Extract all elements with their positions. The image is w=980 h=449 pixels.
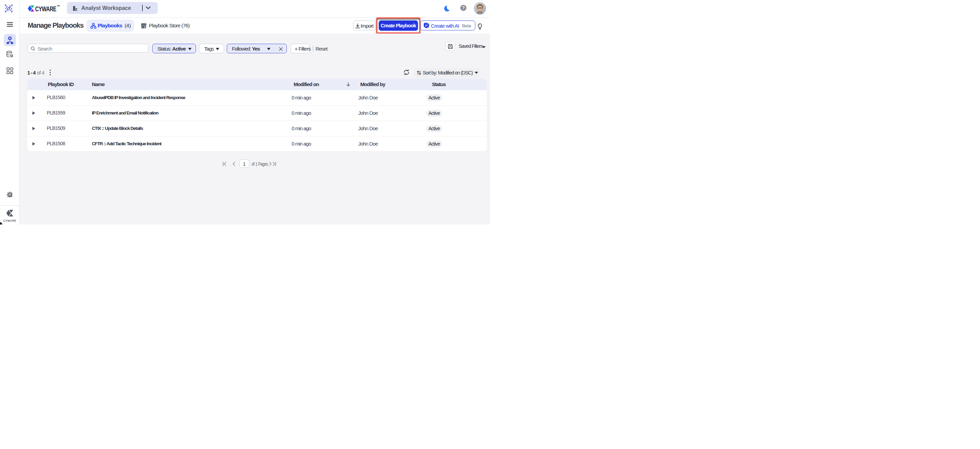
svg-text:TM: TM <box>57 5 60 7</box>
svg-text:CYWARE: CYWARE <box>35 5 56 13</box>
